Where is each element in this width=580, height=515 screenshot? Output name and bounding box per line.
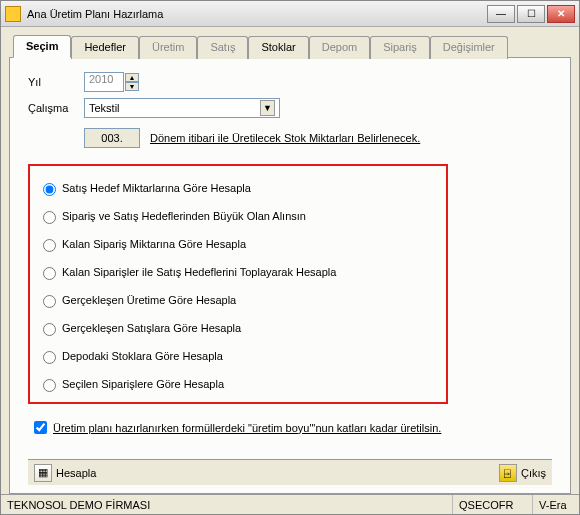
status-version: V-Era <box>533 495 579 514</box>
opt-gerceklesen-uretim[interactable] <box>43 295 56 308</box>
calc-button[interactable]: ▦ Hesapla <box>34 464 96 482</box>
calculator-icon: ▦ <box>34 464 52 482</box>
opt-kalan-toplayarak[interactable] <box>43 267 56 280</box>
opt-label: Depodaki Stoklara Göre Hesapla <box>62 350 223 362</box>
tab-satis[interactable]: Satış <box>197 36 248 59</box>
main-window: Ana Üretim Planı Hazırlama — ☐ ✕ Seçim H… <box>0 0 580 515</box>
tab-stoklar[interactable]: Stoklar <box>248 36 308 59</box>
year-step-up[interactable]: ▲ <box>125 73 139 82</box>
uretim-boyu-checkbox[interactable] <box>34 421 47 434</box>
title-bar[interactable]: Ana Üretim Planı Hazırlama — ☐ ✕ <box>1 1 579 27</box>
tab-strip: Seçim Hedefler Üretim Satış Stoklar Depo… <box>9 35 571 58</box>
close-button[interactable]: ✕ <box>547 5 575 23</box>
exit-button-label: Çıkış <box>521 467 546 479</box>
chevron-down-icon: ▼ <box>260 100 275 116</box>
opt-secilen-siparisler[interactable] <box>43 379 56 392</box>
calc-button-label: Hesapla <box>56 467 96 479</box>
exit-button[interactable]: ⍈ Çıkış <box>499 464 546 482</box>
status-bar: TEKNOSOL DEMO FİRMASI QSECOFR V-Era <box>1 494 579 514</box>
status-user: QSECOFR <box>453 495 533 514</box>
opt-siparis-buyuk[interactable] <box>43 211 56 224</box>
tab-secim[interactable]: Seçim <box>13 35 71 58</box>
maximize-button[interactable]: ☐ <box>517 5 545 23</box>
year-label: Yıl <box>28 76 84 88</box>
action-bar: ▦ Hesapla ⍈ Çıkış <box>28 459 552 485</box>
opt-label: Kalan Siparişler ile Satış Hedeflerini T… <box>62 266 336 278</box>
uretim-boyu-label: Üretim planı hazırlanırken formüllerdeki… <box>53 422 441 434</box>
opt-label: Kalan Sipariş Miktarına Göre Hesapla <box>62 238 246 250</box>
tab-hedefler[interactable]: Hedefler <box>71 36 139 59</box>
work-label: Çalışma <box>28 102 84 114</box>
app-icon <box>5 6 21 22</box>
year-input[interactable]: 2010 <box>84 72 124 92</box>
window-title: Ana Üretim Planı Hazırlama <box>27 8 487 20</box>
exit-icon: ⍈ <box>499 464 517 482</box>
client-area: Seçim Hedefler Üretim Satış Stoklar Depo… <box>1 27 579 494</box>
opt-gerceklesen-satis[interactable] <box>43 323 56 336</box>
description-text: Dönem itibari ile Üretilecek Stok Miktar… <box>150 132 420 144</box>
opt-label: Satış Hedef Miktarlarına Göre Hesapla <box>62 182 251 194</box>
work-dropdown[interactable]: Tekstil ▼ <box>84 98 280 118</box>
tab-depom[interactable]: Depom <box>309 36 370 59</box>
calc-options-group: Satış Hedef Miktarlarına Göre Hesapla Si… <box>28 164 448 404</box>
opt-label: Seçilen Siparişlere Göre Hesapla <box>62 378 224 390</box>
opt-satis-hedef[interactable] <box>43 183 56 196</box>
opt-label: Gerçekleşen Üretime Göre Hesapla <box>62 294 236 306</box>
tab-uretim[interactable]: Üretim <box>139 36 197 59</box>
minimize-button[interactable]: — <box>487 5 515 23</box>
tab-degisimler[interactable]: Değişimler <box>430 36 508 59</box>
opt-label: Sipariş ve Satış Hedeflerinden Büyük Ola… <box>62 210 306 222</box>
year-step-down[interactable]: ▼ <box>125 82 139 91</box>
opt-label: Gerçekleşen Satışlara Göre Hesapla <box>62 322 241 334</box>
code-display: 003. <box>84 128 140 148</box>
opt-kalan-siparis[interactable] <box>43 239 56 252</box>
status-company: TEKNOSOL DEMO FİRMASI <box>1 495 453 514</box>
tab-page-secim: Yıl 2010 ▲ ▼ Çalışma Tekstil ▼ 003. <box>9 57 571 494</box>
opt-depodaki-stoklar[interactable] <box>43 351 56 364</box>
tab-siparis[interactable]: Sipariş <box>370 36 430 59</box>
work-dropdown-value: Tekstil <box>89 102 120 114</box>
